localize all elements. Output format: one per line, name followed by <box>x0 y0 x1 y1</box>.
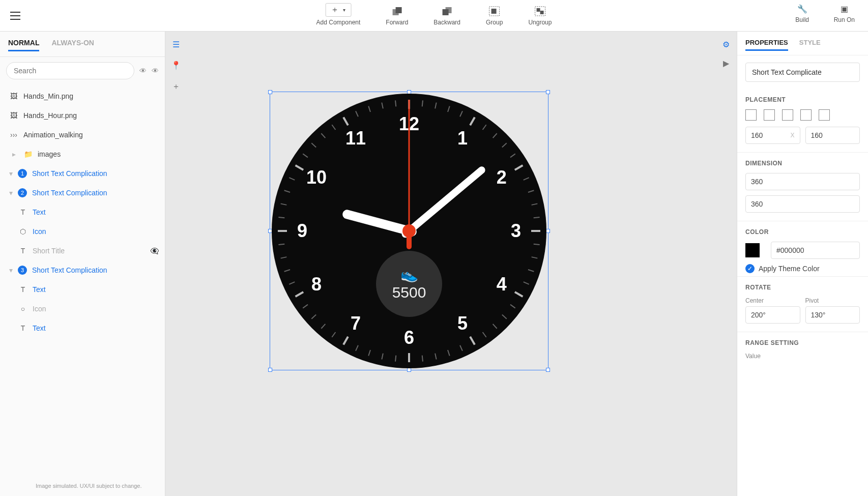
align-middle-icon[interactable] <box>819 109 830 121</box>
align-top-icon[interactable] <box>800 109 812 121</box>
second-hand[interactable] <box>409 100 410 231</box>
plus-icon: ＋ ▾ <box>325 3 351 17</box>
play-icon[interactable]: ▶ <box>723 59 729 68</box>
color-hex-input[interactable]: #000000 <box>771 242 860 259</box>
color-swatch[interactable] <box>745 243 760 257</box>
svg-rect-3 <box>443 9 449 15</box>
align-right-icon[interactable] <box>782 109 793 121</box>
badge-1: 1 <box>18 169 27 178</box>
width-input[interactable]: 360 <box>745 173 860 190</box>
resize-handle-se[interactable] <box>546 368 550 372</box>
resize-handle-s[interactable] <box>407 368 411 372</box>
group-button[interactable]: Group <box>483 5 506 27</box>
tab-normal[interactable]: NORMAL <box>8 39 39 51</box>
ungroup-icon <box>533 6 547 17</box>
layer-hands-min[interactable]: 🖼Hands_Min.png <box>0 86 165 106</box>
tick <box>459 345 463 351</box>
numeral-9: 9 <box>297 220 307 242</box>
watchface[interactable]: 121234567891011 👟 5500 <box>272 94 546 368</box>
tick <box>422 356 423 362</box>
text-icon: T <box>18 324 27 332</box>
tick <box>332 125 336 130</box>
layer-comp2-icon[interactable]: ⬡Icon <box>0 222 165 241</box>
forward-button[interactable]: Forward <box>383 5 411 27</box>
visibility-toggle2-icon[interactable]: 👁 <box>152 67 159 75</box>
chevron-down-icon: ▾ <box>9 266 13 274</box>
layer-complication-2[interactable]: ▾2Short Text Complication <box>0 183 165 202</box>
hidden-icon[interactable]: 👁‍🗨 <box>150 247 159 255</box>
backward-button[interactable]: Backward <box>430 5 464 27</box>
layer-comp3-text1[interactable]: TText <box>0 280 165 299</box>
resize-handle-ne[interactable] <box>546 90 550 94</box>
badge-3: 3 <box>18 266 27 275</box>
layer-comp2-short-title[interactable]: TShort Title👁‍🗨 <box>0 241 165 260</box>
rotate-section: ROTATE Center 200° Pivot 130° <box>737 277 868 332</box>
text-icon: T <box>18 208 27 216</box>
add-component-label: Add Component <box>316 19 361 26</box>
tick <box>502 314 507 319</box>
placement-x-input[interactable]: 160X <box>745 127 800 144</box>
tick <box>523 177 529 181</box>
tick <box>295 291 304 297</box>
align-center-h-icon[interactable] <box>764 109 775 121</box>
run-on-button[interactable]: ▣ Run On <box>831 2 858 24</box>
align-left-icon[interactable] <box>745 109 757 121</box>
layer-complication-3[interactable]: ▾3Short Text Complication <box>0 260 165 280</box>
steps-complication[interactable]: 👟 5500 <box>376 251 442 317</box>
shoe-icon: 👟 <box>400 266 418 283</box>
layer-animation-walking[interactable]: ›››Animation_walking <box>0 125 165 144</box>
properties-panel: PROPERTIES STYLE Short Text Complicate P… <box>737 32 868 496</box>
layer-comp3-text2[interactable]: TText <box>0 318 165 338</box>
rotate-center-input[interactable]: 200° <box>745 306 800 324</box>
forward-label: Forward <box>386 19 408 26</box>
tick <box>435 102 437 108</box>
tick <box>381 353 383 359</box>
add-component-button[interactable]: ＋ ▾ Add Component <box>313 2 364 27</box>
tick <box>321 133 326 138</box>
pin-icon[interactable]: 📍 <box>171 61 181 70</box>
build-button[interactable]: 🔧 Build <box>792 2 813 24</box>
search-input[interactable] <box>6 62 134 79</box>
selection-bounds[interactable]: 121234567891011 👟 5500 <box>270 92 548 370</box>
resize-handle-nw[interactable] <box>268 90 272 94</box>
tick <box>278 217 284 218</box>
resize-handle-sw[interactable] <box>268 368 272 372</box>
layers-icon[interactable]: ☰ <box>172 40 180 49</box>
tick <box>332 332 336 337</box>
sliders-icon[interactable]: ⚙ <box>722 40 730 49</box>
tab-properties[interactable]: PROPERTIES <box>745 39 788 51</box>
canvas-area[interactable]: 121234567891011 👟 5500 <box>187 32 715 496</box>
layer-complication-1[interactable]: ▾1Short Text Complication <box>0 164 165 183</box>
rotate-pivot-input[interactable]: 130° <box>805 306 860 324</box>
visibility-toggle-icon[interactable]: 👁 <box>139 67 147 75</box>
resize-handle-e[interactable] <box>546 229 550 233</box>
tick <box>284 269 290 272</box>
svg-rect-5 <box>491 9 497 14</box>
dimension-section: DIMENSION 360 360 <box>737 153 868 221</box>
height-input[interactable]: 360 <box>745 195 860 213</box>
ungroup-button[interactable]: Ungroup <box>525 5 555 27</box>
steps-value: 5500 <box>392 284 426 301</box>
tab-always-on[interactable]: ALWAYS-ON <box>51 39 94 51</box>
layer-hands-hour[interactable]: 🖼Hands_Hour.png <box>0 106 165 125</box>
tick <box>295 164 304 170</box>
backward-label: Backward <box>433 19 460 26</box>
layer-images-folder[interactable]: ▸📁images <box>0 144 165 164</box>
checkbox-checked-icon[interactable]: ✓ <box>745 264 755 273</box>
tick <box>303 304 308 309</box>
tick <box>469 336 475 345</box>
add-icon[interactable]: ＋ <box>172 81 180 92</box>
svg-rect-7 <box>536 8 540 12</box>
tick <box>368 106 371 112</box>
tick <box>482 125 487 130</box>
menu-icon[interactable] <box>10 12 20 20</box>
layer-comp3-icon[interactable]: ○Icon <box>0 299 165 318</box>
tab-style[interactable]: STYLE <box>799 39 821 51</box>
numeral-11: 11 <box>345 128 366 149</box>
layer-comp2-text[interactable]: TText <box>0 202 165 222</box>
element-name-input[interactable]: Short Text Complicate <box>745 63 860 82</box>
tick <box>342 336 349 345</box>
numeral-7: 7 <box>351 313 361 334</box>
placement-y-input[interactable]: 160 <box>805 127 860 144</box>
tick <box>321 324 326 329</box>
